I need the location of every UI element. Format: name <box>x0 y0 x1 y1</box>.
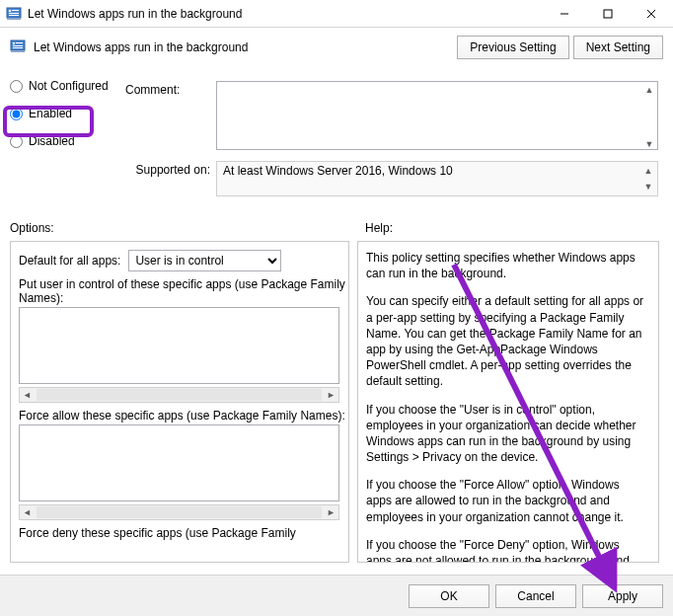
chevron-right-icon: ► <box>324 507 338 517</box>
svg-rect-7 <box>604 10 612 18</box>
help-paragraph: If you choose the "Force Allow" option, … <box>366 477 644 525</box>
chevron-down-icon: ▼ <box>642 137 656 151</box>
options-label: Options: <box>10 221 355 235</box>
help-panel[interactable]: This policy setting specifies whether Wi… <box>357 241 659 563</box>
put-user-in-control-textarea[interactable] <box>19 307 339 384</box>
title-bar: Let Windows apps run in the background <box>0 0 673 28</box>
default-for-all-apps-label: Default for all apps: <box>19 254 120 268</box>
window-title: Let Windows apps run in the background <box>28 7 543 21</box>
policy-icon <box>10 38 26 57</box>
put-user-in-control-label: Put user in control of these specific ap… <box>19 277 349 305</box>
help-paragraph: If you choose the "User is in control" o… <box>366 402 644 466</box>
svg-rect-11 <box>11 50 25 52</box>
radio-not-configured-label: Not Configured <box>29 79 109 93</box>
chevron-left-icon: ◄ <box>20 390 35 400</box>
svg-rect-15 <box>13 47 23 48</box>
radio-enabled-label: Enabled <box>29 107 72 120</box>
svg-rect-5 <box>9 15 19 16</box>
state-radios: Not Configured Enabled Disabled <box>10 79 109 148</box>
dialog-button-bar: OK Cancel Apply <box>0 575 673 616</box>
help-label: Help: <box>355 221 663 235</box>
close-button[interactable] <box>630 0 673 28</box>
force-allow-label: Force allow these specific apps (use Pac… <box>19 409 349 423</box>
svg-rect-4 <box>9 13 19 14</box>
next-setting-button[interactable]: Next Setting <box>573 36 663 59</box>
radio-disabled[interactable]: Disabled <box>10 134 109 148</box>
default-for-all-apps-select[interactable]: User is in control <box>128 250 281 271</box>
options-panel: Default for all apps: User is in control… <box>10 241 349 563</box>
supported-on-box: At least Windows Server 2016, Windows 10… <box>216 161 658 196</box>
force-allow-textarea[interactable] <box>19 424 339 501</box>
cancel-button[interactable]: Cancel <box>495 584 576 608</box>
chevron-right-icon: ► <box>324 390 338 400</box>
force-deny-label: Force deny these specific apps (use Pack… <box>19 526 349 540</box>
window-controls <box>543 0 673 28</box>
radio-not-configured[interactable]: Not Configured <box>10 79 109 93</box>
maximize-button[interactable] <box>586 0 630 28</box>
minimize-button[interactable] <box>543 0 586 28</box>
svg-rect-14 <box>13 45 23 46</box>
previous-setting-button[interactable]: Previous Setting <box>457 36 568 59</box>
supported-on-value: At least Windows Server 2016, Windows 10 <box>223 164 453 178</box>
chevron-left-icon: ◄ <box>20 507 35 517</box>
radio-enabled-input[interactable] <box>10 108 23 120</box>
help-paragraph: This policy setting specifies whether Wi… <box>366 250 644 281</box>
scrollbar-horizontal[interactable]: ◄► <box>19 387 339 403</box>
scrollbar-horizontal[interactable]: ◄► <box>19 504 339 520</box>
apply-button[interactable]: Apply <box>582 584 663 608</box>
help-paragraph: If you choose the "Force Deny" option, W… <box>366 537 644 563</box>
comment-textarea[interactable] <box>216 81 658 150</box>
chevron-up-icon: ▲ <box>642 83 656 97</box>
supported-on-label: Supported on: <box>125 163 210 177</box>
policy-title: Let Windows apps run in the background <box>34 40 457 54</box>
svg-rect-13 <box>16 42 23 43</box>
panel-labels: Options: Help: <box>10 221 663 235</box>
radio-enabled[interactable]: Enabled <box>10 107 109 120</box>
radio-disabled-input[interactable] <box>10 135 23 148</box>
radio-disabled-label: Disabled <box>29 134 75 148</box>
svg-point-12 <box>13 41 15 43</box>
ok-button[interactable]: OK <box>409 584 489 608</box>
chevron-up-icon: ▲ <box>641 164 655 178</box>
policy-icon <box>6 6 22 22</box>
comment-label: Comment: <box>125 83 180 97</box>
svg-rect-1 <box>7 18 21 20</box>
svg-point-2 <box>9 9 11 11</box>
help-paragraph: You can specify either a default setting… <box>366 293 644 389</box>
radio-not-configured-input[interactable] <box>10 80 23 93</box>
header: Let Windows apps run in the background P… <box>0 28 673 65</box>
svg-rect-3 <box>12 10 19 11</box>
chevron-down-icon: ▼ <box>641 180 655 193</box>
